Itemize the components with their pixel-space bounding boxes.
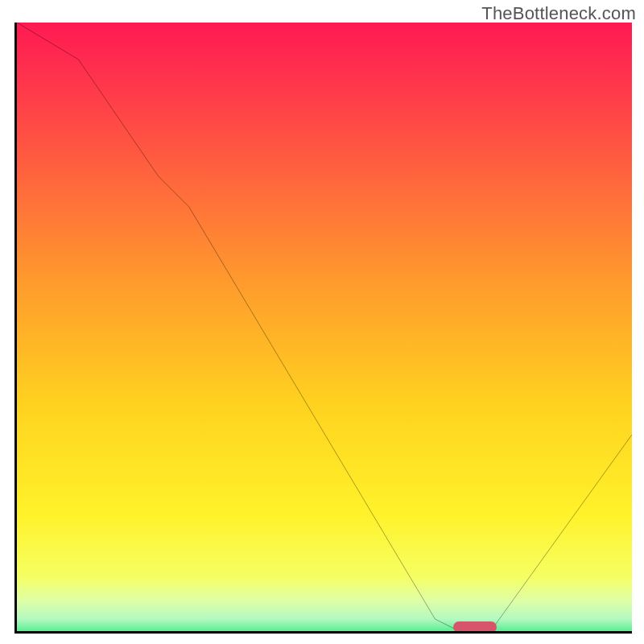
curve-layer — [17, 23, 632, 634]
watermark-text: TheBottleneck.com — [481, 3, 636, 24]
bottleneck-chart: TheBottleneck.com — [0, 0, 644, 644]
plot-area — [14, 23, 632, 634]
bottleneck-curve-line — [17, 23, 632, 631]
optimal-marker — [453, 621, 496, 633]
